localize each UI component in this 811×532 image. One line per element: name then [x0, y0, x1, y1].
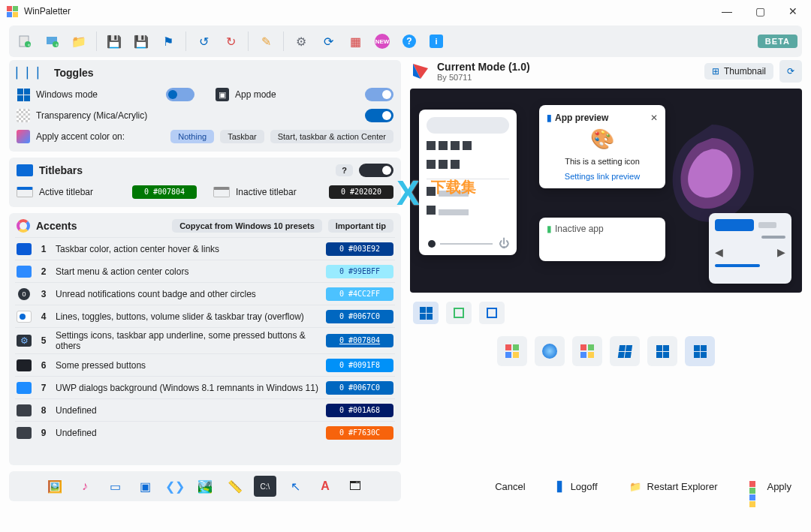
copycat-button[interactable]: Copycat from Windows 10 presets	[172, 219, 322, 233]
tool-misc-icon[interactable]: 🗔	[344, 476, 366, 497]
apply-icon	[749, 480, 761, 492]
open-folder-icon[interactable]: 📁	[68, 30, 90, 53]
settings-icon[interactable]: ⚙	[290, 30, 312, 53]
tool-image-icon[interactable]: 🏞️	[194, 476, 216, 497]
app-mode-icon: ▣	[216, 88, 229, 101]
accent-swatch-4[interactable]: 0 #0067C0	[326, 310, 393, 323]
preview-sub-tabs	[410, 299, 802, 327]
preview-setting-msg: This is a setting icon	[547, 155, 658, 172]
sub-tab-green[interactable]	[446, 302, 472, 324]
thumbnail-icon: ⊞	[712, 66, 719, 77]
tool-fonts-icon[interactable]: A	[314, 476, 336, 497]
os-win10[interactable]	[647, 336, 677, 366]
accent-swatch-5[interactable]: 0 #007804	[326, 334, 393, 347]
accent-opt-taskbar[interactable]: Taskbar	[220, 130, 264, 143]
tool-sounds-icon[interactable]: ♪	[74, 476, 96, 497]
accent-row-3[interactable]: 03Unread notifications count badge and o…	[15, 282, 395, 305]
info-icon[interactable]: i	[425, 30, 448, 53]
titlebars-section: Titlebars ? Active titlebar 0 #007804 In…	[9, 158, 401, 207]
windows-mode-label: Windows mode	[36, 89, 160, 100]
window-titlebar: WinPaletter — ▢ ✕	[0, 0, 811, 23]
accent-swatch-8[interactable]: 0 #001A68	[326, 404, 393, 417]
mode-header: Current Mode (1.0) By 50711 ⊞ Thumbnail …	[410, 60, 802, 83]
important-tip-button[interactable]: Important tip	[328, 219, 393, 233]
edit-icon[interactable]: ✎	[255, 30, 277, 53]
footer-tools: 🖼️ ♪ ▭ ▣ ❮❯ 🏞️ 📏 C:\ ↖ A 🗔	[9, 471, 401, 501]
accent-swatch-9[interactable]: 0 #F7630C	[326, 426, 393, 440]
sub-tab-win11[interactable]	[413, 302, 439, 324]
active-titlebar-swatch[interactable]: 0 #007804	[132, 185, 197, 199]
accent-row-7[interactable]: 7UWP dialogs background (Windows 8.1 rem…	[15, 376, 395, 398]
accent-swatch-1[interactable]: 0 #003E92	[326, 242, 393, 256]
preview-app-close-icon[interactable]: ✕	[650, 113, 658, 123]
os-win11[interactable]	[685, 336, 715, 366]
new-badge-icon[interactable]: NEW	[371, 30, 393, 53]
accent-row-4[interactable]: 4Lines, toggles, buttons, volume slider …	[15, 305, 395, 327]
os-selector	[410, 333, 802, 369]
titlebars-heading: Titlebars	[39, 164, 83, 176]
os-winxp[interactable]	[497, 336, 527, 366]
window-minimize-button[interactable]: —	[719, 5, 734, 17]
tool-cursor-icon[interactable]: ↖	[284, 476, 306, 497]
os-win81[interactable]	[610, 336, 640, 366]
new-file-icon[interactable]: ＋	[14, 30, 36, 53]
preview-settings-link[interactable]: Settings link preview	[547, 172, 658, 181]
accent-row-5[interactable]: ⚙5Settings icons, taskbar app underline,…	[15, 327, 395, 353]
accent-swatch-7[interactable]: 0 #0067C0	[326, 381, 393, 395]
accent-opt-nothing[interactable]: Nothing	[170, 130, 214, 143]
preview-inactive-app-pane: ▮Inactive app	[539, 218, 665, 261]
inactive-titlebar-swatch[interactable]: 0 #202020	[329, 185, 393, 199]
svg-rect-8	[505, 344, 511, 350]
transparency-label: Transparency (Mica/Acrylic)	[36, 110, 359, 121]
window-maximize-button[interactable]: ▢	[752, 5, 767, 17]
windows-mode-toggle[interactable]	[166, 88, 194, 101]
save-as-icon[interactable]: 💾	[130, 30, 152, 53]
accent-swatch-3[interactable]: 0 #4CC2FF	[326, 287, 393, 301]
accent-target-icon	[17, 130, 30, 143]
undo-icon[interactable]: ↺	[192, 30, 215, 53]
app-title: WinPaletter	[24, 6, 71, 17]
restart-explorer-button[interactable]: 📁Restart Explorer	[619, 476, 728, 497]
thumbnail-button[interactable]: ⊞ Thumbnail	[704, 63, 773, 80]
calendar-icon[interactable]: ▦	[344, 30, 366, 53]
sub-tab-blue[interactable]	[479, 302, 505, 324]
tool-ruler-icon[interactable]: 📏	[224, 476, 246, 497]
preview-app-pane: ✕ ▮App preview 🎨 This is a setting icon …	[539, 105, 665, 188]
flag-icon[interactable]: ⚑	[157, 30, 179, 53]
accent-row-8[interactable]: 8Undefined0 #001A68	[15, 398, 395, 421]
accent-row-2[interactable]: 2Start menu & action center colors0 #99E…	[15, 260, 395, 282]
help-icon[interactable]: ?	[398, 30, 421, 53]
active-titlebar-label: Active titlebar	[39, 187, 126, 197]
window-close-button[interactable]: ✕	[785, 5, 800, 17]
accent-row-1[interactable]: 1Taskbar color, action center hover & li…	[15, 237, 395, 260]
tool-terminal-icon[interactable]: C:\	[254, 476, 276, 497]
accent-row-6[interactable]: 6Some pressed buttons0 #0091F8	[15, 353, 395, 376]
accent-swatch-2[interactable]: 0 #99EBFF	[326, 265, 393, 278]
svg-rect-11	[513, 352, 519, 358]
new-theme-icon[interactable]: ＋	[41, 30, 63, 53]
svg-rect-15	[588, 352, 594, 358]
titlebars-help-button[interactable]: ?	[336, 164, 353, 176]
tool-screen-icon[interactable]: ▭	[104, 476, 126, 497]
os-win8[interactable]	[572, 336, 602, 366]
mode-author: By 50711	[437, 73, 530, 82]
app-mode-toggle[interactable]	[365, 88, 393, 101]
active-titlebar-icon	[17, 187, 33, 197]
redo-icon[interactable]: ↻	[219, 30, 242, 53]
apply-button[interactable]: Apply	[738, 476, 802, 497]
os-win7[interactable]	[535, 336, 565, 366]
tool-wallpaper-icon[interactable]: 🖼️	[44, 476, 66, 497]
accent-row-9[interactable]: 9Undefined0 #F7630C	[15, 421, 395, 443]
accent-swatch-6[interactable]: 0 #0091F8	[326, 359, 393, 372]
cancel-button[interactable]: Cancel	[484, 476, 535, 497]
refresh-preview-button[interactable]: ⟳	[779, 60, 802, 83]
titlebars-toggle[interactable]	[359, 164, 393, 177]
accent-opt-full[interactable]: Start, taskbar & action Center	[270, 130, 393, 143]
palette-icon: 🎨	[547, 123, 658, 155]
transparency-toggle[interactable]	[365, 109, 393, 122]
save-icon[interactable]: 💾	[103, 30, 125, 53]
logoff-button[interactable]: ▋Logoff	[547, 476, 608, 497]
tool-lock-icon[interactable]: ▣	[134, 476, 156, 497]
sync-icon[interactable]: ⟳	[317, 30, 339, 53]
tool-effects-icon[interactable]: ❮❯	[164, 476, 186, 497]
